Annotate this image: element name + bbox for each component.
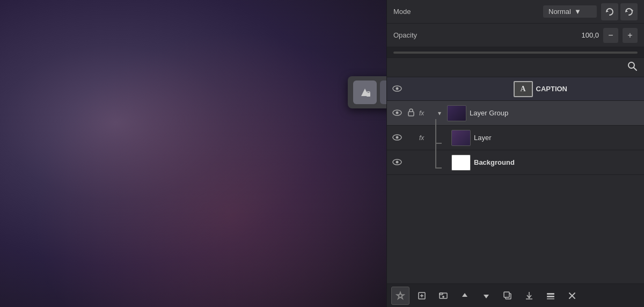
svg-rect-45 (547, 293, 554, 295)
svg-point-27 (396, 112, 399, 114)
delete-button[interactable] (563, 287, 581, 305)
mode-actions (601, 3, 638, 20)
lock-icon-group (406, 108, 416, 118)
group-arrow-icon[interactable]: ▾ (435, 109, 444, 117)
layer-thumb-group (447, 105, 466, 121)
mode-extra-button[interactable] (620, 3, 638, 20)
layer-thumb-background (451, 155, 471, 171)
mode-arrow: ▼ (574, 8, 581, 16)
popup-toolbar (348, 76, 386, 108)
canvas-area (0, 0, 386, 307)
mode-dropdown[interactable]: Normal ▼ (543, 5, 597, 18)
svg-line-23 (634, 68, 636, 70)
duplicate-button[interactable] (499, 287, 517, 305)
move-button[interactable] (380, 81, 386, 104)
favorites-button[interactable] (391, 287, 409, 305)
visibility-icon-group[interactable] (391, 108, 403, 118)
caption-icon-text: A (520, 85, 525, 93)
opacity-minus-button[interactable]: − (603, 28, 618, 43)
caption-thumb: A (514, 81, 533, 97)
flatten-button[interactable] (541, 287, 560, 305)
layer-thumb-layer (451, 130, 471, 146)
visibility-icon-background[interactable] (391, 158, 403, 167)
svg-rect-42 (504, 292, 509, 297)
opacity-plus-button[interactable]: + (623, 28, 638, 43)
canvas-background (0, 0, 386, 307)
fx-label-group: fx (419, 109, 432, 117)
search-icon-button[interactable] (627, 61, 638, 74)
move-down-button[interactable] (477, 287, 495, 305)
layers-header (387, 58, 644, 77)
merge-button[interactable] (520, 287, 538, 305)
visibility-icon-layer[interactable] (391, 133, 403, 142)
opacity-label: Opacity (393, 31, 568, 39)
mode-label: Mode (393, 8, 539, 16)
tree-connector-bg (435, 156, 448, 169)
visibility-icon-caption[interactable] (391, 84, 403, 93)
layer-row-caption[interactable]: A CAPTION (387, 77, 644, 101)
svg-point-32 (396, 161, 399, 164)
right-panel: Mode Normal ▼ Opacity 100,0 (386, 0, 644, 307)
opacity-slider-track (393, 52, 638, 54)
layers-list: A CAPTION fx ▾ Layer Group (387, 77, 644, 283)
svg-point-30 (396, 136, 399, 139)
new-group-button[interactable] (434, 287, 452, 305)
svg-rect-46 (547, 296, 554, 297)
new-layer-button[interactable] (413, 287, 431, 305)
opacity-slider-area[interactable] (387, 47, 644, 58)
layer-row-background[interactable]: Background (387, 150, 644, 175)
svg-rect-47 (547, 298, 554, 299)
bottom-toolbar (387, 283, 644, 307)
svg-rect-38 (440, 293, 443, 295)
opacity-value: 100,0 (572, 31, 599, 39)
mode-row: Mode Normal ▼ (387, 0, 644, 24)
alpha-lock-button[interactable] (353, 81, 377, 104)
layer-group-name: Layer Group (470, 109, 640, 117)
fx-label-layer: fx (419, 134, 432, 142)
layer-row-layer[interactable]: fx Layer (387, 126, 644, 150)
layer-name: Layer (474, 134, 640, 142)
svg-rect-28 (408, 112, 414, 116)
mode-value: Normal (548, 8, 571, 16)
caption-layer-name: CAPTION (536, 85, 640, 93)
move-up-button[interactable] (456, 287, 474, 305)
mode-reset-button[interactable] (601, 3, 618, 20)
svg-point-25 (396, 87, 399, 90)
tree-connector (435, 131, 448, 144)
opacity-row: Opacity 100,0 − + (387, 24, 644, 47)
layer-row-group[interactable]: fx ▾ Layer Group (387, 101, 644, 126)
background-layer-name: Background (474, 158, 640, 166)
